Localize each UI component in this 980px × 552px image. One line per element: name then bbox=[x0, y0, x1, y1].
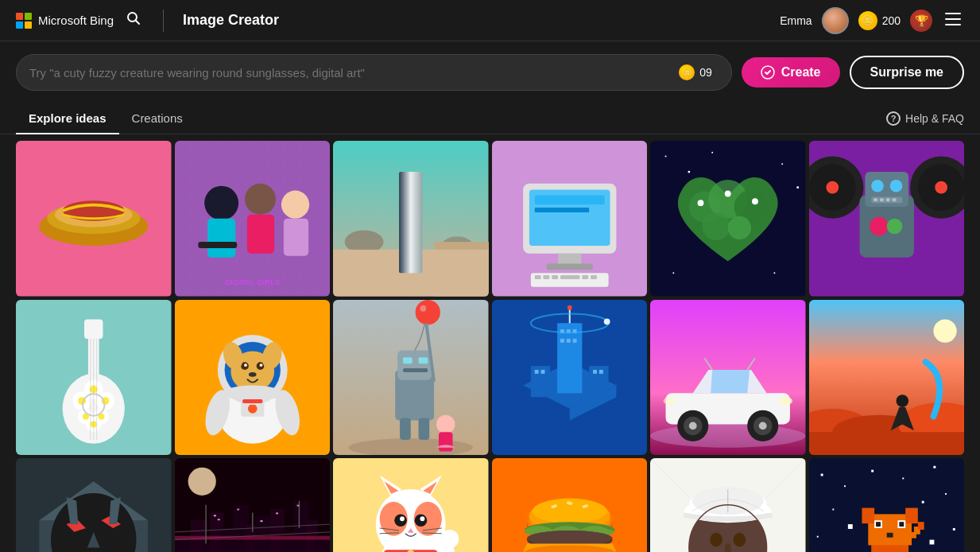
tabs-section: Explore ideas Creations ? Help & FAQ bbox=[0, 103, 980, 134]
svg-point-158 bbox=[780, 397, 792, 405]
help-circle-icon: ? bbox=[886, 111, 901, 126]
svg-rect-118 bbox=[419, 357, 428, 363]
image-cell-guitar[interactable] bbox=[16, 300, 172, 456]
svg-point-227 bbox=[440, 530, 459, 548]
svg-rect-116 bbox=[397, 350, 432, 379]
tab-creations[interactable]: Creations bbox=[119, 103, 196, 134]
svg-rect-146 bbox=[598, 369, 602, 373]
svg-point-163 bbox=[933, 319, 956, 342]
svg-rect-270 bbox=[952, 528, 955, 531]
credits-coin-icon: 🪙 bbox=[679, 64, 695, 80]
svg-rect-144 bbox=[540, 369, 544, 373]
svg-rect-206 bbox=[276, 512, 278, 514]
svg-point-56 bbox=[752, 198, 758, 204]
coins-count: 200 bbox=[882, 14, 901, 27]
svg-rect-34 bbox=[543, 275, 549, 279]
credits-count: 09 bbox=[699, 66, 712, 79]
svg-rect-39 bbox=[534, 195, 604, 204]
svg-point-104 bbox=[243, 363, 246, 367]
image-cell-hotdog[interactable] bbox=[16, 141, 172, 297]
bing-logo[interactable]: Microsoft Bing bbox=[16, 13, 114, 29]
svg-rect-202 bbox=[213, 515, 215, 516]
svg-rect-72 bbox=[892, 198, 896, 201]
credits-indicator: 🪙 09 bbox=[672, 64, 719, 80]
svg-rect-137 bbox=[566, 338, 570, 342]
svg-point-121 bbox=[420, 305, 426, 311]
svg-point-67 bbox=[889, 180, 902, 192]
image-cell-desert-figure[interactable] bbox=[809, 300, 965, 456]
image-cell-pixel-dog[interactable] bbox=[809, 458, 965, 552]
svg-rect-143 bbox=[534, 369, 538, 373]
svg-rect-3 bbox=[945, 18, 961, 20]
svg-point-98 bbox=[247, 403, 257, 413]
svg-point-60 bbox=[826, 181, 839, 194]
svg-rect-132 bbox=[557, 323, 582, 393]
svg-rect-141 bbox=[530, 366, 549, 397]
image-cell-monolith[interactable] bbox=[333, 141, 489, 297]
image-cell-burger[interactable] bbox=[492, 458, 648, 552]
svg-rect-207 bbox=[296, 505, 299, 507]
svg-rect-138 bbox=[572, 338, 576, 342]
image-cell-robot-dj[interactable] bbox=[809, 141, 965, 297]
svg-point-219 bbox=[400, 516, 405, 521]
image-cell-earth[interactable] bbox=[650, 141, 806, 297]
svg-rect-282 bbox=[899, 522, 904, 527]
svg-rect-142 bbox=[589, 366, 608, 397]
svg-rect-145 bbox=[593, 369, 597, 373]
svg-point-253 bbox=[710, 533, 722, 547]
svg-rect-167 bbox=[809, 432, 965, 455]
svg-point-53 bbox=[728, 216, 751, 239]
hamburger-menu-button[interactable] bbox=[942, 8, 964, 33]
svg-rect-126 bbox=[419, 418, 430, 439]
svg-point-66 bbox=[871, 180, 884, 192]
svg-rect-31 bbox=[546, 263, 593, 270]
svg-point-63 bbox=[935, 181, 947, 194]
image-cell-lucky-cat[interactable] bbox=[333, 458, 489, 552]
image-cell-girls[interactable]: DIGITAL GIRLS bbox=[175, 141, 331, 297]
image-cell-doge[interactable] bbox=[175, 300, 331, 456]
image-cell-neon-city[interactable] bbox=[175, 458, 331, 552]
svg-rect-78 bbox=[84, 319, 103, 338]
svg-rect-204 bbox=[237, 509, 239, 511]
header-search-button[interactable] bbox=[123, 8, 144, 33]
svg-point-157 bbox=[759, 422, 767, 430]
image-cell-car[interactable] bbox=[650, 300, 806, 456]
svg-point-220 bbox=[420, 516, 424, 521]
svg-rect-37 bbox=[582, 275, 588, 279]
svg-rect-32 bbox=[530, 273, 608, 287]
svg-rect-35 bbox=[552, 275, 558, 279]
svg-point-120 bbox=[416, 300, 440, 325]
svg-point-140 bbox=[567, 305, 571, 309]
svg-point-168 bbox=[896, 395, 908, 407]
svg-rect-262 bbox=[843, 485, 845, 487]
svg-point-105 bbox=[259, 363, 262, 367]
search-section: 🪙 09 Create Surprise me bbox=[0, 41, 980, 103]
tab-explore[interactable]: Explore ideas bbox=[16, 103, 119, 134]
user-name: Emma bbox=[780, 14, 812, 27]
image-cell-computer[interactable] bbox=[492, 141, 648, 297]
search-bar[interactable]: 🪙 09 bbox=[16, 54, 732, 91]
search-input[interactable] bbox=[29, 66, 672, 80]
avatar[interactable] bbox=[822, 7, 849, 34]
svg-point-154 bbox=[689, 422, 697, 430]
svg-point-254 bbox=[734, 533, 746, 547]
reward-icon[interactable]: 🏆 bbox=[910, 10, 932, 32]
image-cell-mask[interactable] bbox=[16, 458, 172, 552]
surprise-button[interactable]: Surprise me bbox=[850, 56, 964, 89]
svg-rect-112 bbox=[242, 399, 262, 403]
svg-point-74 bbox=[886, 219, 902, 235]
help-faq-link[interactable]: ? Help & FAQ bbox=[886, 111, 964, 126]
svg-point-109 bbox=[223, 385, 281, 401]
svg-rect-268 bbox=[921, 501, 924, 503]
svg-rect-289 bbox=[847, 524, 852, 529]
create-button-label: Create bbox=[781, 65, 821, 80]
coin-icon: 🪙 bbox=[858, 11, 877, 30]
create-button[interactable]: Create bbox=[742, 57, 840, 87]
help-faq-label: Help & FAQ bbox=[905, 112, 964, 125]
image-cell-portrait[interactable] bbox=[650, 458, 806, 552]
svg-rect-15 bbox=[198, 242, 237, 248]
image-cell-robot-balloon[interactable] bbox=[333, 300, 489, 456]
image-cell-city[interactable] bbox=[492, 300, 648, 456]
svg-point-52 bbox=[702, 212, 730, 240]
svg-rect-290 bbox=[929, 540, 934, 545]
